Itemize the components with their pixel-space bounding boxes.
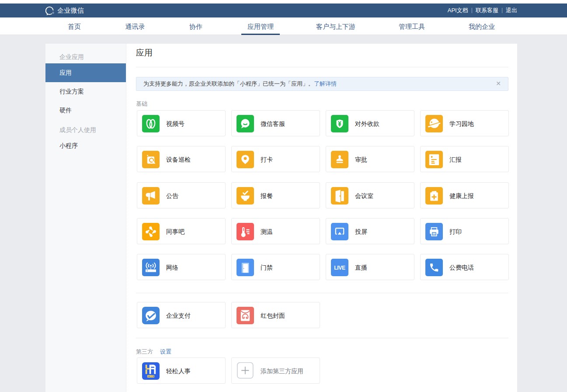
svg-text:HR人事: HR人事 xyxy=(147,375,154,378)
svg-text:LIVE: LIVE xyxy=(334,265,345,271)
